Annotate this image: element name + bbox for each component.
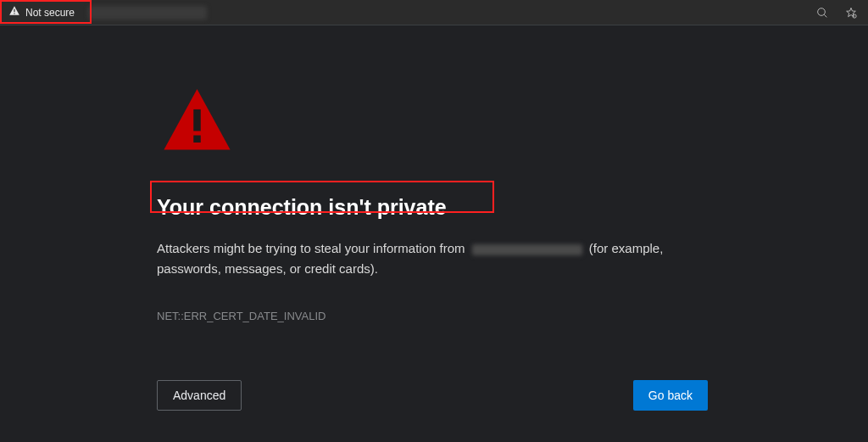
warning-triangle-icon [8, 5, 20, 20]
advanced-button[interactable]: Advanced [157, 380, 242, 411]
desc-prefix: Attackers might be trying to steal your … [157, 241, 465, 255]
button-row: Advanced Go back [157, 380, 708, 411]
address-bar: Not secure [0, 0, 868, 25]
warning-description: Attackers might be trying to steal your … [157, 238, 716, 279]
svg-line-3 [824, 14, 826, 17]
url-text-redacted [88, 6, 207, 20]
security-status-chip[interactable]: Not secure [5, 3, 81, 23]
go-back-button[interactable]: Go back [633, 380, 708, 411]
hostname-redacted [472, 244, 582, 255]
favorite-settings-icon[interactable] [839, 1, 863, 25]
interstitial-content: Your connection isn't private Attackers … [0, 25, 868, 411]
error-code: NET::ERR_CERT_DATE_INVALID [157, 310, 868, 322]
svg-rect-5 [193, 109, 201, 131]
page-title: Your connection isn't private [157, 195, 868, 220]
svg-rect-6 [193, 136, 201, 143]
zoom-icon[interactable] [810, 1, 834, 25]
security-status-text: Not secure [25, 7, 75, 19]
svg-point-2 [818, 8, 826, 15]
warning-triangle-large-icon [161, 85, 233, 160]
svg-rect-0 [14, 8, 14, 12]
svg-rect-1 [14, 13, 14, 14]
